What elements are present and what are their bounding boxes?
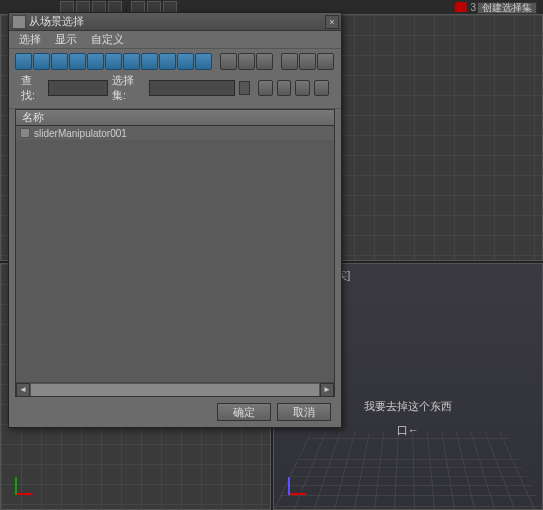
- filter-bones-icon[interactable]: [159, 53, 176, 70]
- find-label: 查找:: [21, 73, 44, 103]
- column-config-4-icon[interactable]: [314, 80, 329, 96]
- scroll-track[interactable]: [30, 383, 320, 397]
- create-selection-set-tab[interactable]: 创建选择集: [477, 2, 537, 14]
- filter-xrefs-icon[interactable]: [141, 53, 158, 70]
- select-invert-icon[interactable]: [256, 53, 273, 70]
- dialog-menubar: 选择 显示 自定义: [9, 31, 341, 49]
- close-button[interactable]: ×: [325, 15, 339, 29]
- cancel-button[interactable]: 取消: [277, 403, 331, 421]
- column-config-1-icon[interactable]: [258, 80, 273, 96]
- filter-geometry-icon[interactable]: [15, 53, 32, 70]
- find-input[interactable]: [48, 80, 108, 96]
- menu-select[interactable]: 选择: [19, 32, 41, 47]
- filter-helpers-icon[interactable]: [87, 53, 104, 70]
- axis-gizmo-icon: [15, 465, 45, 495]
- dialog-title: 从场景选择: [29, 14, 325, 29]
- filter-spacewarps-icon[interactable]: [105, 53, 122, 70]
- viewport-annotation-marker: 口←: [397, 423, 419, 438]
- dialog-icon: [12, 15, 26, 29]
- magnet-icon[interactable]: [455, 2, 467, 12]
- horizontal-scrollbar[interactable]: ◄ ►: [16, 382, 334, 396]
- angle-readout: 3: [471, 2, 477, 13]
- menu-custom[interactable]: 自定义: [91, 32, 124, 47]
- scroll-left-button[interactable]: ◄: [16, 383, 30, 397]
- selection-set-label: 选择集:: [112, 73, 145, 103]
- object-type-icon: [20, 128, 30, 138]
- axis-gizmo-icon: [288, 465, 318, 495]
- object-name: sliderManipulator001: [34, 128, 127, 139]
- filter-frozen-icon[interactable]: [195, 53, 212, 70]
- collapse-all-icon[interactable]: [299, 53, 316, 70]
- dialog-toolbar: 查找: 选择集:: [9, 49, 341, 109]
- column-config-3-icon[interactable]: [295, 80, 310, 96]
- view-mode-icon[interactable]: [317, 53, 334, 70]
- menu-display[interactable]: 显示: [55, 32, 77, 47]
- list-item[interactable]: sliderManipulator001: [16, 126, 334, 140]
- list-body[interactable]: sliderManipulator001: [16, 126, 334, 382]
- list-header-name[interactable]: 名称: [16, 110, 334, 126]
- viewport-annotation-text: 我要去掉这个东西: [364, 399, 452, 414]
- filter-cameras-icon[interactable]: [69, 53, 86, 70]
- filter-containers-icon[interactable]: [177, 53, 194, 70]
- filter-lights-icon[interactable]: [51, 53, 68, 70]
- expand-all-icon[interactable]: [281, 53, 298, 70]
- column-config-2-icon[interactable]: [277, 80, 292, 96]
- ok-button[interactable]: 确定: [217, 403, 271, 421]
- object-list: 名称 sliderManipulator001 ◄ ►: [15, 109, 335, 397]
- select-none-icon[interactable]: [238, 53, 255, 70]
- select-all-icon[interactable]: [220, 53, 237, 70]
- dialog-button-row: 确定 取消: [9, 397, 341, 427]
- scroll-right-button[interactable]: ►: [320, 383, 334, 397]
- filter-groups-icon[interactable]: [123, 53, 140, 70]
- selection-set-input[interactable]: [149, 80, 235, 96]
- filter-shapes-icon[interactable]: [33, 53, 50, 70]
- selection-set-dropdown-icon[interactable]: [239, 81, 250, 95]
- dialog-titlebar[interactable]: 从场景选择 ×: [9, 13, 341, 31]
- select-from-scene-dialog: 从场景选择 × 选择 显示 自定义: [8, 12, 342, 428]
